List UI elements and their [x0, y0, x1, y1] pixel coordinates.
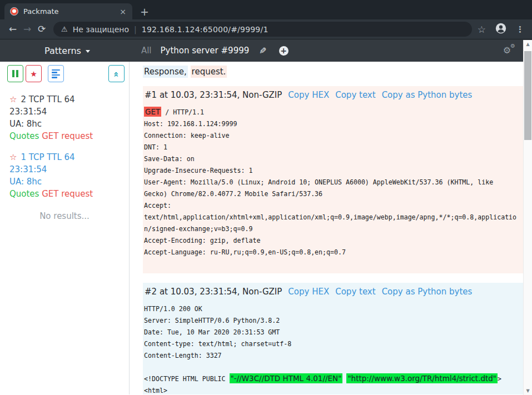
tab-python-server[interactable]: Python server #9999 — [161, 46, 250, 56]
browser-actions: ☆ ⋮ — [478, 22, 524, 37]
packmate-favicon-icon — [10, 7, 18, 16]
copy-action-link[interactable]: Copy HEX — [288, 287, 329, 297]
packet-meta: #1 at 10.03, 23:31:54, Non-GZIP — [145, 90, 282, 100]
reload-icon[interactable]: ⟳ — [34, 24, 49, 34]
back-icon[interactable]: ← — [6, 24, 20, 34]
pattern-highlight-green: "http://www.w3.org/TR/html4/strict.dtd" — [346, 373, 498, 383]
stream-title: 2 TCP TTL 64 — [21, 94, 74, 104]
stream-title-line: ☆1 TCP TTL 64 — [9, 151, 123, 163]
quotes-tag: Quotes — [9, 131, 39, 141]
filter-chip-request: request. — [191, 66, 227, 78]
copy-action-link[interactable]: Copy text — [335, 287, 375, 297]
packet-body: GET / HTTP/1.1Host: 192.168.1.124:9999Co… — [144, 107, 519, 270]
copy-action-link[interactable]: Copy text — [335, 90, 375, 100]
pause-capture-button[interactable] — [7, 65, 23, 82]
patterns-dropdown[interactable]: Patterns — [44, 46, 90, 56]
http-line: Accept-Language: ru-RU,ru;q=0.9,en-US;q=… — [144, 247, 519, 258]
browser-tabstrip: Packmate × + — [0, 0, 532, 19]
url-bar[interactable]: ⚠ Не защищено | 192.168.1.124:65000/#/99… — [53, 22, 472, 37]
app-navbar: Patterns All Python server #9999 ✎ + ⚙⚙ — [0, 39, 532, 62]
stream-title: 1 TCP TTL 64 — [21, 152, 74, 162]
copy-action-link[interactable]: Copy as Python bytes — [382, 90, 473, 100]
favorites-filter-button[interactable]: ★ — [26, 65, 42, 82]
chevrons-up-icon: « — [112, 71, 121, 76]
favorite-star-icon[interactable]: ☆ — [9, 152, 17, 162]
add-interface-button[interactable]: + — [279, 46, 289, 56]
http-line: Content-Length: 3327 — [144, 350, 519, 362]
stream-summary-line: Response, request. — [143, 66, 523, 78]
packet-header: #1 at 10.03, 23:31:54, Non-GZIPCopy HEXC… — [144, 89, 519, 101]
stream-tags: Quotes GET request — [9, 188, 123, 200]
favorite-star-icon[interactable]: ☆ — [9, 94, 17, 104]
align-left-icon — [52, 69, 60, 78]
http-line: <!DOCTYPE HTML PUBLIC "-//W3C//DTD HTML … — [144, 373, 519, 385]
stream-content: Response, request. #1 at 10.03, 23:31:54… — [130, 62, 532, 394]
packet-header: #2 at 10.03, 23:31:54, Non-GZIPCopy HEXC… — [144, 286, 519, 298]
stream-title-line: ☆2 TCP TTL 64 — [9, 93, 123, 106]
new-tab-button[interactable]: + — [140, 7, 149, 17]
edit-pencil-icon[interactable]: ✎ — [259, 46, 266, 56]
stream-time: 23:31:54 — [9, 163, 123, 176]
copy-action-link[interactable]: Copy as Python bytes — [382, 287, 473, 297]
scrollbar-down-icon[interactable]: ▼ — [524, 387, 532, 394]
http-line: DNT: 1 — [144, 142, 519, 153]
http-line: Content-type: text/html; charset=utf-8 — [144, 338, 519, 350]
stream-list-item[interactable]: ☆2 TCP TTL 6423:31:54UA: 8hcQuotes GET r… — [0, 93, 129, 142]
http-line: Upgrade-Insecure-Requests: 1 — [144, 165, 519, 177]
packet-list: #1 at 10.03, 23:31:54, Non-GZIPCopy HEXC… — [143, 86, 523, 394]
packmate-app-window: Packmate × + ← → ⟳ ⚠ Не защищено | 192.1… — [0, 0, 532, 395]
pause-icon — [12, 70, 18, 77]
page-scrollbar[interactable]: ▲ ▼ — [523, 40, 532, 395]
collapse-sidebar-button[interactable]: « — [108, 65, 125, 82]
stream-user-agent: UA: 8hc — [9, 176, 123, 188]
sidebar-toolbar: ★ « — [0, 65, 129, 82]
http-line: Date: Tue, 10 Mar 2020 20:31:53 GMT — [144, 327, 519, 338]
bookmark-star-icon[interactable]: ☆ — [478, 24, 486, 35]
stream-list-item[interactable]: ☆1 TCP TTL 6423:31:54UA: 8hcQuotes GET r… — [0, 151, 129, 200]
workspace: ★ « ☆2 TCP TTL 6423:31:54UA: 8hcQuotes G… — [0, 62, 532, 394]
patterns-label: Patterns — [44, 46, 81, 56]
packet-meta: #2 at 10.03, 23:31:54, Non-GZIP — [145, 287, 282, 297]
forward-icon[interactable]: → — [20, 24, 34, 34]
security-label: Не защищено — [73, 25, 129, 34]
profile-avatar-icon[interactable] — [495, 22, 507, 37]
not-secure-warning-icon: ⚠ — [61, 25, 68, 33]
stream-list: ☆2 TCP TTL 6423:31:54UA: 8hcQuotes GET r… — [0, 93, 129, 200]
interface-tabs: All Python server #9999 ✎ + — [141, 46, 289, 56]
browser-toolbar: ← → ⟳ ⚠ Не защищено | 192.168.1.124:6500… — [0, 19, 532, 39]
http-line: <html> — [144, 385, 519, 394]
packet-card-response: #2 at 10.03, 23:31:54, Non-GZIPCopy HEXC… — [143, 283, 523, 394]
pattern-highlight-green: "-//W3C//DTD HTML 4.01//EN" — [230, 373, 343, 383]
http-line: Save-Data: on — [144, 153, 519, 165]
stream-tags: Quotes GET request — [9, 130, 123, 142]
browser-menu-icon[interactable]: ⋮ — [516, 24, 524, 34]
stream-sidebar: ★ « ☆2 TCP TTL 6423:31:54UA: 8hcQuotes G… — [0, 62, 130, 394]
http-line — [144, 362, 519, 373]
url-separator: | — [134, 25, 137, 34]
packmate-page: Patterns All Python server #9999 ✎ + ⚙⚙ — [0, 39, 532, 394]
packet-body: HTTP/1.0 200 OKServer: SimpleHTTP/0.6 Py… — [144, 303, 519, 394]
http-line: Connection: keep-alive — [144, 130, 519, 142]
pattern-highlight-red: GET — [144, 107, 161, 117]
http-line: Server: SimpleHTTP/0.6 Python/3.8.2 — [144, 315, 519, 327]
pattern-filter-button[interactable] — [48, 65, 64, 82]
stream-time: 23:31:54 — [9, 106, 123, 118]
close-tab-icon[interactable]: × — [118, 7, 127, 16]
no-results-text: No results... — [0, 211, 129, 221]
http-line — [144, 258, 519, 270]
http-line: Accept-Encoding: gzip, deflate — [144, 235, 519, 247]
tab-all[interactable]: All — [141, 46, 152, 56]
stream-user-agent: UA: 8hc — [9, 118, 123, 130]
scrollbar-up-icon[interactable]: ▲ — [524, 41, 532, 48]
chevron-down-icon — [86, 50, 90, 53]
filter-chip-response: Response, — [143, 66, 188, 78]
http-line: HTTP/1.0 200 OK — [144, 303, 519, 315]
scrollbar-thumb[interactable] — [524, 51, 531, 140]
settings-gears-icon[interactable]: ⚙⚙ — [503, 46, 511, 55]
browser-tab[interactable]: Packmate × — [4, 3, 132, 19]
http-line: Accept: text/html,application/xhtml+xml,… — [144, 200, 519, 235]
tab-title: Packmate — [23, 7, 118, 16]
copy-action-link[interactable]: Copy HEX — [288, 90, 329, 100]
matched-pattern-tag: GET request — [42, 131, 93, 141]
url-text: 192.168.1.124:65000/#/9999/1 — [142, 25, 269, 34]
